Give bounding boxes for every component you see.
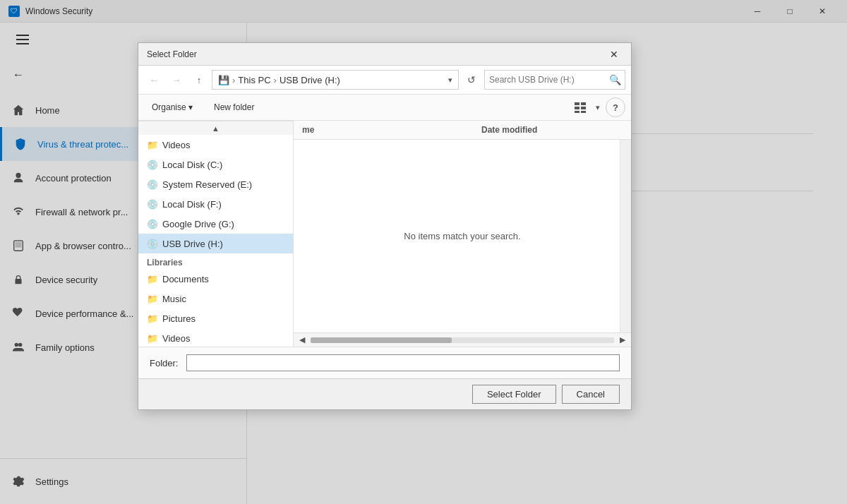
help-button[interactable]: ? bbox=[606, 97, 625, 117]
breadcrumb-usb-drive[interactable]: USB Drive (H:) bbox=[280, 75, 445, 85]
folder-icon-videos1: 📁 bbox=[147, 139, 158, 150]
tree-label-videos1: Videos bbox=[162, 140, 191, 150]
folder-icon-pictures: 📁 bbox=[147, 313, 158, 324]
libraries-header: Libraries bbox=[138, 253, 293, 269]
folder-icon-videos2: 📁 bbox=[147, 332, 158, 344]
tree-label-pictures: Pictures bbox=[162, 313, 196, 324]
scroll-up-arrow[interactable]: ▲ bbox=[138, 121, 293, 135]
h-scroll-right-button[interactable]: ▶ bbox=[615, 333, 630, 347]
tree-label-videos2: Videos bbox=[162, 333, 191, 344]
svg-rect-11 bbox=[575, 111, 579, 113]
tree-label-usb-h: USB Drive (H:) bbox=[162, 239, 223, 249]
disk-icon-g: 💿 bbox=[147, 218, 158, 229]
folder-label: Folder: bbox=[150, 358, 178, 368]
select-folder-button[interactable]: Select Folder bbox=[472, 385, 556, 404]
svg-rect-10 bbox=[581, 107, 586, 109]
breadcrumb-sep-2: › bbox=[274, 75, 277, 85]
nav-up-button[interactable]: ↑ bbox=[189, 70, 209, 90]
dialog-content: ▲ 📁 Videos 💿 Local Disk (C:) 💿 System Re… bbox=[138, 121, 631, 347]
col-name-header: me bbox=[302, 125, 481, 135]
tree-item-google-g[interactable]: 💿 Google Drive (G:) bbox=[138, 214, 293, 234]
search-button[interactable]: 🔍 bbox=[605, 70, 625, 90]
h-scroll-thumb[interactable] bbox=[311, 337, 452, 343]
h-scroll-track bbox=[311, 337, 614, 343]
tree-item-documents[interactable]: 📁 Documents bbox=[138, 269, 293, 289]
tree-label-music: Music bbox=[162, 294, 186, 304]
search-bar: 🔍 bbox=[484, 70, 625, 90]
horizontal-scrollbar: ◀ ▶ bbox=[294, 332, 631, 347]
tree-item-local-f[interactable]: 💿 Local Disk (F:) bbox=[138, 194, 293, 214]
empty-message: No items match your search. bbox=[404, 231, 520, 241]
disk-icon-e: 💿 bbox=[147, 179, 158, 190]
tree-label-google-g: Google Drive (G:) bbox=[162, 219, 234, 229]
tree-label-documents: Documents bbox=[162, 274, 209, 284]
svg-rect-12 bbox=[581, 111, 586, 113]
cancel-button[interactable]: Cancel bbox=[562, 385, 620, 404]
folder-icon-documents: 📁 bbox=[147, 273, 158, 284]
dialog-overlay: Select Folder ✕ ← → ↑ 💾 › This PC › USB … bbox=[0, 0, 847, 504]
tree-item-local-c[interactable]: 💿 Local Disk (C:) bbox=[138, 155, 293, 174]
drive-icon: 💾 bbox=[218, 75, 229, 85]
search-input[interactable] bbox=[485, 75, 605, 85]
tree-item-music[interactable]: 📁 Music bbox=[138, 289, 293, 308]
view-dropdown-btn[interactable]: ▾ bbox=[596, 103, 600, 112]
col-date-header: Date modified bbox=[481, 125, 623, 135]
tree-item-system-e[interactable]: 💿 System Reserved (E:) bbox=[138, 174, 293, 194]
new-folder-button[interactable]: New folder bbox=[206, 99, 262, 116]
folder-bar: Folder: bbox=[138, 347, 631, 378]
tree-label-system-e: System Reserved (E:) bbox=[162, 179, 252, 190]
tree-label-local-c: Local Disk (C:) bbox=[162, 160, 222, 170]
svg-rect-9 bbox=[575, 107, 579, 109]
tree-item-videos1[interactable]: 📁 Videos bbox=[138, 135, 293, 155]
view-button[interactable] bbox=[570, 97, 590, 117]
breadcrumb-this-pc[interactable]: This PC bbox=[238, 75, 270, 85]
folder-icon-music: 📁 bbox=[147, 293, 158, 304]
dialog-actions: Select Folder Cancel bbox=[138, 378, 631, 409]
svg-rect-8 bbox=[581, 102, 586, 105]
disk-icon-h: 💿 bbox=[147, 238, 158, 249]
breadcrumb-dropdown-button[interactable]: ▾ bbox=[448, 76, 452, 85]
folder-input[interactable] bbox=[186, 354, 620, 371]
tree-item-pictures[interactable]: 📁 Pictures bbox=[138, 308, 293, 328]
disk-icon-f: 💿 bbox=[147, 198, 158, 210]
content-header: me Date modified bbox=[294, 121, 631, 140]
address-bar: ← → ↑ 💾 › This PC › USB Drive (H:) ▾ ↺ 🔍 bbox=[138, 66, 631, 95]
content-body: No items match your search. bbox=[294, 140, 631, 332]
nav-back-button[interactable]: ← bbox=[144, 70, 164, 90]
dialog-title-bar: Select Folder ✕ bbox=[138, 43, 631, 66]
select-folder-dialog: Select Folder ✕ ← → ↑ 💾 › This PC › USB … bbox=[138, 42, 632, 410]
breadcrumb-bar: 💾 › This PC › USB Drive (H:) ▾ bbox=[212, 70, 459, 90]
dialog-toolbar: Organise ▾ New folder ▾ ? bbox=[138, 95, 631, 121]
tree-item-videos2[interactable]: 📁 Videos bbox=[138, 328, 293, 347]
breadcrumb-sep-1: › bbox=[232, 75, 235, 85]
tree-label-local-f: Local Disk (F:) bbox=[162, 199, 222, 210]
dialog-close-button[interactable]: ✕ bbox=[606, 46, 623, 63]
disk-icon-c: 💿 bbox=[147, 159, 158, 170]
dialog-title-text: Select Folder bbox=[147, 49, 197, 59]
folder-tree: ▲ 📁 Videos 💿 Local Disk (C:) 💿 System Re… bbox=[138, 121, 294, 347]
refresh-button[interactable]: ↺ bbox=[462, 70, 481, 90]
h-scroll-left-button[interactable]: ◀ bbox=[295, 333, 309, 347]
nav-forward-button[interactable]: → bbox=[167, 70, 186, 90]
svg-rect-7 bbox=[575, 102, 579, 105]
organise-button[interactable]: Organise ▾ bbox=[144, 99, 200, 116]
vertical-scrollbar[interactable] bbox=[620, 140, 631, 332]
tree-item-usb-h[interactable]: 💿 USB Drive (H:) bbox=[138, 234, 293, 253]
right-content-area: me Date modified No items match your sea… bbox=[294, 121, 631, 347]
